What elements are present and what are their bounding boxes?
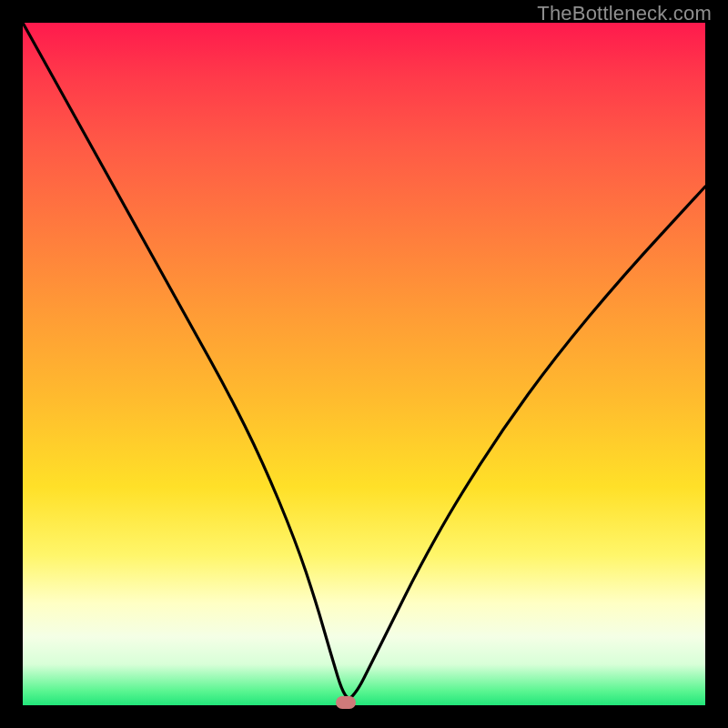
curve-svg <box>23 23 705 705</box>
bottleneck-curve <box>23 23 705 698</box>
plot-area <box>23 23 705 705</box>
chart-frame: TheBottleneck.com <box>0 0 728 728</box>
optimum-marker <box>336 696 356 709</box>
